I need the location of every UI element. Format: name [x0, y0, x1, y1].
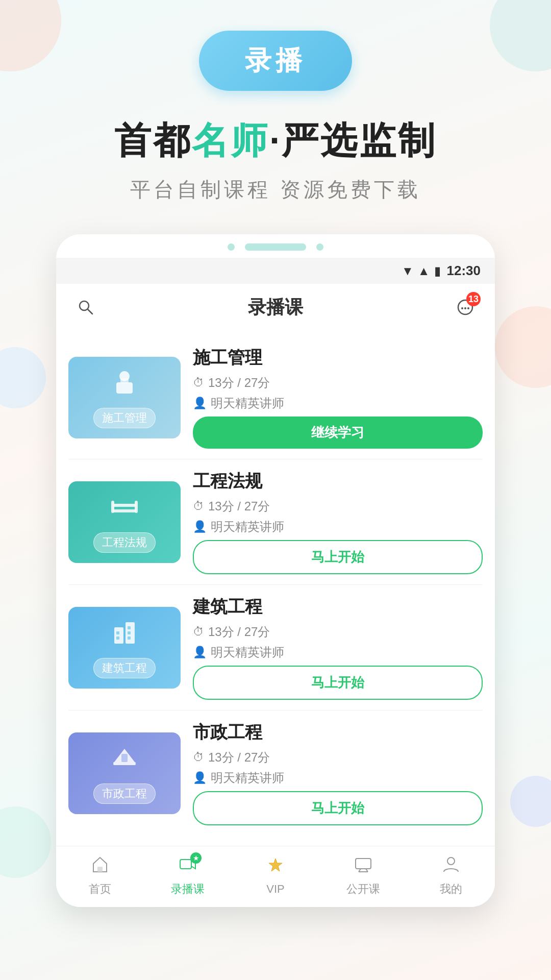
- course-title: 建筑工程: [193, 595, 483, 619]
- action-button[interactable]: 继续学习: [193, 416, 483, 449]
- action-button[interactable]: 马上开始: [193, 666, 483, 700]
- course-meta: ⏱ 13分 / 27分 👤 明天精英讲师: [193, 375, 483, 411]
- duration-row: ⏱ 13分 / 27分: [193, 375, 483, 391]
- lu-bo-button[interactable]: 录播: [199, 31, 352, 91]
- nav-home-icon: [90, 857, 110, 878]
- app-topbar: 录播课 13: [56, 284, 495, 331]
- course-list: 施工管理 施工管理 ⏱ 13分 / 27分 👤 明天精英讲师 继续学习 工程法规…: [56, 331, 495, 846]
- course-title: 施工管理: [193, 346, 483, 370]
- nav-record[interactable]: 录播课: [162, 854, 213, 897]
- nav-mine-label: 我的: [440, 881, 462, 897]
- svg-rect-15: [116, 631, 119, 634]
- user-icon: 👤: [193, 520, 207, 533]
- decoration-blob-mr: [495, 306, 551, 388]
- teacher-name: 明天精英讲师: [211, 395, 284, 411]
- nav-vip[interactable]: VIP: [250, 855, 301, 896]
- clock-icon: ⏱: [193, 751, 204, 764]
- course-meta: ⏱ 13分 / 27分 👤 明天精英讲师: [193, 749, 483, 786]
- nav-public[interactable]: 公开课: [338, 854, 389, 897]
- course-thumbnail: 市政工程: [68, 732, 181, 814]
- message-button[interactable]: 13: [452, 294, 479, 321]
- subheadline: 平台自制课程 资源免费下载: [130, 176, 420, 204]
- duration-text: 13分 / 27分: [208, 624, 270, 640]
- nav-vip-icon-wrap: [266, 855, 285, 879]
- search-button[interactable]: [72, 294, 99, 321]
- course-info: 施工管理 ⏱ 13分 / 27分 👤 明天精英讲师 继续学习: [193, 346, 483, 449]
- action-button[interactable]: 马上开始: [193, 540, 483, 574]
- battery-icon: ▮: [434, 264, 441, 278]
- course-item-course-4[interactable]: 市政工程 市政工程 ⏱ 13分 / 27分 👤 明天精英讲师 马上开始: [68, 710, 483, 836]
- svg-line-1: [88, 309, 92, 314]
- decoration-blob-ml: [0, 347, 46, 408]
- headline-accent: 名师: [192, 120, 269, 161]
- nav-mine[interactable]: 我的: [425, 854, 477, 897]
- thumb-label: 施工管理: [93, 408, 156, 428]
- svg-rect-13: [114, 627, 123, 644]
- bottom-nav: 首页 录播课 VIP 公开课 我的: [56, 846, 495, 907]
- course-title: 工程法规: [193, 470, 483, 493]
- teacher-name: 明天精英讲师: [211, 519, 284, 535]
- indicator-dot-left: [228, 243, 235, 251]
- nav-record-label: 录播课: [171, 881, 205, 897]
- status-bar: ▼ ▲ ▮ 12:30: [56, 258, 495, 284]
- svg-point-4: [464, 307, 466, 309]
- svg-rect-23: [180, 860, 191, 869]
- course-meta: ⏱ 13分 / 27分 👤 明天精英讲师: [193, 498, 483, 535]
- svg-point-5: [467, 307, 469, 309]
- duration-text: 13分 / 27分: [208, 375, 270, 391]
- course-info: 建筑工程 ⏱ 13分 / 27分 👤 明天精英讲师 马上开始: [193, 595, 483, 700]
- duration-row: ⏱ 13分 / 27分: [193, 749, 483, 766]
- clock-icon: ⏱: [193, 500, 204, 513]
- duration-text: 13分 / 27分: [208, 749, 270, 766]
- svg-rect-17: [128, 626, 131, 629]
- nav-home[interactable]: 首页: [74, 854, 126, 897]
- action-button[interactable]: 马上开始: [193, 791, 483, 825]
- phone-mockup: ▼ ▲ ▮ 12:30 录播课 13 施工管理: [56, 234, 495, 907]
- course-thumbnail: 建筑工程: [68, 607, 181, 689]
- teacher-row: 👤 明天精英讲师: [193, 770, 483, 786]
- status-time: 12:30: [447, 263, 481, 279]
- course-item-course-2[interactable]: 工程法规 工程法规 ⏱ 13分 / 27分 👤 明天精英讲师 马上开始: [68, 459, 483, 585]
- svg-rect-7: [116, 382, 133, 394]
- user-icon: 👤: [193, 397, 207, 410]
- decoration-blob-br: [510, 776, 551, 827]
- clock-icon: ⏱: [193, 376, 204, 389]
- signal-icon: ▲: [418, 264, 430, 278]
- course-info: 工程法规 ⏱ 13分 / 27分 👤 明天精英讲师 马上开始: [193, 470, 483, 574]
- nav-record-icon-wrap: [178, 854, 197, 878]
- nav-vip-icon: [266, 858, 285, 879]
- svg-rect-12: [135, 501, 138, 513]
- svg-rect-24: [356, 859, 371, 869]
- duration-row: ⏱ 13分 / 27分: [193, 498, 483, 514]
- user-icon: 👤: [193, 646, 207, 659]
- svg-rect-21: [121, 754, 128, 762]
- svg-point-28: [447, 857, 455, 865]
- course-title: 市政工程: [193, 721, 483, 744]
- svg-rect-10: [113, 509, 136, 512]
- active-badge: [190, 852, 202, 864]
- svg-rect-19: [128, 636, 131, 640]
- nav-home-label: 首页: [89, 881, 111, 897]
- svg-rect-8: [120, 378, 129, 383]
- duration-row: ⏱ 13分 / 27分: [193, 624, 483, 640]
- svg-rect-9: [113, 504, 136, 507]
- thumb-label: 工程法规: [93, 532, 156, 553]
- svg-rect-22: [97, 867, 103, 872]
- course-meta: ⏱ 13分 / 27分 👤 明天精英讲师: [193, 624, 483, 660]
- course-thumbnail: 工程法规: [68, 481, 181, 563]
- phone-indicator: [56, 234, 495, 258]
- course-item-course-3[interactable]: 建筑工程 建筑工程 ⏱ 13分 / 27分 👤 明天精英讲师 马上开始: [68, 585, 483, 710]
- course-info: 市政工程 ⏱ 13分 / 27分 👤 明天精英讲师 马上开始: [193, 721, 483, 825]
- app-title: 录播课: [248, 295, 303, 320]
- duration-text: 13分 / 27分: [208, 498, 270, 514]
- thumb-icon: [109, 743, 140, 779]
- indicator-pill: [245, 243, 306, 251]
- thumb-label: 市政工程: [93, 783, 156, 804]
- headline: 首都名师·严选监制: [114, 116, 437, 165]
- header-section: 录播 首都名师·严选监制 平台自制课程 资源免费下载: [0, 0, 551, 234]
- svg-rect-16: [116, 636, 119, 640]
- teacher-name: 明天精英讲师: [211, 644, 284, 660]
- thumb-label: 建筑工程: [93, 658, 156, 678]
- nav-mine-icon-wrap: [441, 854, 461, 878]
- course-item-course-1[interactable]: 施工管理 施工管理 ⏱ 13分 / 27分 👤 明天精英讲师 继续学习: [68, 336, 483, 459]
